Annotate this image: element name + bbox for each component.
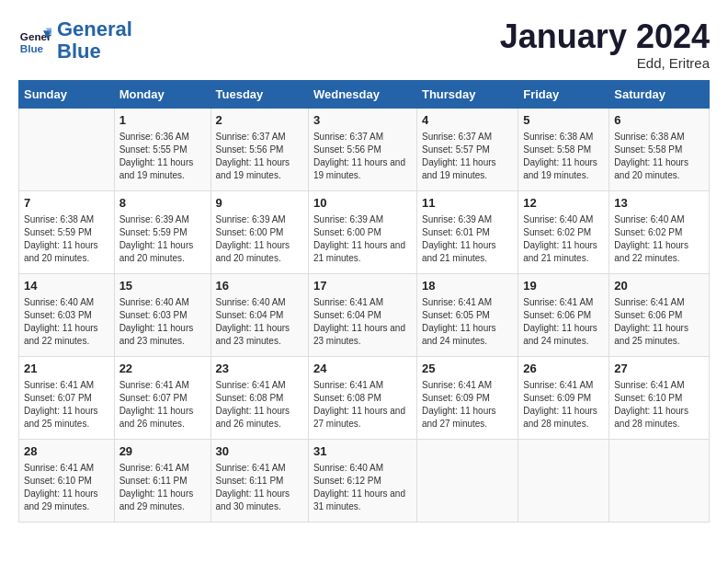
day-number: 20	[614, 278, 704, 294]
day-number: 31	[313, 443, 412, 460]
day-info: Sunrise: 6:39 AMSunset: 6:00 PMDaylight:…	[216, 213, 303, 265]
day-info: Sunrise: 6:37 AMSunset: 5:56 PMDaylight:…	[313, 131, 412, 182]
day-number: 30	[216, 443, 303, 460]
day-number: 15	[119, 278, 206, 294]
day-info: Sunrise: 6:41 AMSunset: 6:06 PMDaylight:…	[614, 296, 704, 348]
month-title: January 2024	[500, 18, 710, 55]
day-number: 23	[216, 361, 303, 377]
day-cell: 10Sunrise: 6:39 AMSunset: 6:00 PMDayligh…	[308, 190, 416, 273]
day-info: Sunrise: 6:41 AMSunset: 6:09 PMDaylight:…	[523, 379, 604, 431]
header-thursday: Thursday	[416, 80, 518, 108]
day-info: Sunrise: 6:41 AMSunset: 6:06 PMDaylight:…	[523, 296, 604, 348]
day-number: 27	[614, 361, 704, 377]
day-cell: 30Sunrise: 6:41 AMSunset: 6:11 PMDayligh…	[210, 439, 308, 522]
day-info: Sunrise: 6:38 AMSunset: 5:58 PMDaylight:…	[523, 131, 604, 182]
logo-icon: General Blue	[18, 24, 51, 57]
calendar-body: 1Sunrise: 6:36 AMSunset: 5:55 PMDaylight…	[19, 108, 710, 522]
week-row-1: 1Sunrise: 6:36 AMSunset: 5:55 PMDaylight…	[19, 108, 710, 190]
header-tuesday: Tuesday	[210, 80, 308, 108]
day-number: 5	[523, 112, 604, 129]
day-cell	[518, 439, 609, 522]
calendar-table: SundayMondayTuesdayWednesdayThursdayFrid…	[18, 80, 710, 523]
day-cell: 8Sunrise: 6:39 AMSunset: 5:59 PMDaylight…	[114, 190, 210, 273]
header-sunday: Sunday	[19, 80, 115, 108]
day-number: 14	[24, 278, 109, 294]
day-cell: 17Sunrise: 6:41 AMSunset: 6:04 PMDayligh…	[308, 273, 416, 356]
day-info: Sunrise: 6:41 AMSunset: 6:07 PMDaylight:…	[24, 379, 109, 431]
day-number: 18	[422, 278, 513, 294]
day-info: Sunrise: 6:41 AMSunset: 6:04 PMDaylight:…	[313, 296, 412, 348]
day-cell: 21Sunrise: 6:41 AMSunset: 6:07 PMDayligh…	[19, 356, 115, 439]
day-number: 1	[119, 112, 206, 129]
day-info: Sunrise: 6:41 AMSunset: 6:08 PMDaylight:…	[216, 379, 303, 431]
day-number: 26	[523, 361, 604, 377]
day-number: 13	[614, 195, 704, 212]
day-cell	[609, 439, 710, 522]
day-cell: 14Sunrise: 6:40 AMSunset: 6:03 PMDayligh…	[19, 273, 115, 356]
day-info: Sunrise: 6:41 AMSunset: 6:05 PMDaylight:…	[422, 296, 513, 348]
week-row-4: 21Sunrise: 6:41 AMSunset: 6:07 PMDayligh…	[19, 356, 710, 439]
day-cell: 28Sunrise: 6:41 AMSunset: 6:10 PMDayligh…	[19, 439, 115, 522]
day-info: Sunrise: 6:39 AMSunset: 6:01 PMDaylight:…	[422, 213, 513, 265]
day-number: 21	[24, 361, 109, 377]
day-number: 28	[24, 443, 109, 460]
day-cell: 19Sunrise: 6:41 AMSunset: 6:06 PMDayligh…	[518, 273, 609, 356]
day-info: Sunrise: 6:41 AMSunset: 6:09 PMDaylight:…	[422, 379, 513, 431]
day-info: Sunrise: 6:41 AMSunset: 6:11 PMDaylight:…	[119, 462, 206, 513]
day-number: 25	[422, 361, 513, 377]
day-number: 22	[119, 361, 206, 377]
day-cell: 11Sunrise: 6:39 AMSunset: 6:01 PMDayligh…	[416, 190, 518, 273]
day-number: 8	[119, 195, 206, 212]
day-number: 3	[313, 112, 412, 129]
day-info: Sunrise: 6:38 AMSunset: 5:59 PMDaylight:…	[24, 213, 109, 265]
day-cell: 22Sunrise: 6:41 AMSunset: 6:07 PMDayligh…	[114, 356, 210, 439]
location-subtitle: Edd, Eritrea	[500, 55, 710, 71]
logo-text-blue: Blue	[57, 40, 132, 63]
week-row-3: 14Sunrise: 6:40 AMSunset: 6:03 PMDayligh…	[19, 273, 710, 356]
day-number: 19	[523, 278, 604, 294]
header-monday: Monday	[114, 80, 210, 108]
day-cell: 31Sunrise: 6:40 AMSunset: 6:12 PMDayligh…	[308, 439, 416, 522]
day-info: Sunrise: 6:39 AMSunset: 6:00 PMDaylight:…	[313, 213, 412, 265]
svg-text:Blue: Blue	[20, 42, 44, 54]
day-cell: 24Sunrise: 6:41 AMSunset: 6:08 PMDayligh…	[308, 356, 416, 439]
day-number: 7	[24, 195, 109, 212]
day-cell: 5Sunrise: 6:38 AMSunset: 5:58 PMDaylight…	[518, 108, 609, 190]
logo: General Blue General Blue	[18, 18, 132, 63]
day-cell: 7Sunrise: 6:38 AMSunset: 5:59 PMDaylight…	[19, 190, 115, 273]
day-info: Sunrise: 6:41 AMSunset: 6:11 PMDaylight:…	[216, 462, 303, 513]
day-number: 11	[422, 195, 513, 212]
day-info: Sunrise: 6:40 AMSunset: 6:04 PMDaylight:…	[216, 296, 303, 348]
day-number: 9	[216, 195, 303, 212]
day-cell: 9Sunrise: 6:39 AMSunset: 6:00 PMDaylight…	[210, 190, 308, 273]
day-info: Sunrise: 6:41 AMSunset: 6:08 PMDaylight:…	[313, 379, 412, 431]
day-cell: 6Sunrise: 6:38 AMSunset: 5:58 PMDaylight…	[609, 108, 710, 190]
day-cell: 29Sunrise: 6:41 AMSunset: 6:11 PMDayligh…	[114, 439, 210, 522]
day-cell: 13Sunrise: 6:40 AMSunset: 6:02 PMDayligh…	[609, 190, 710, 273]
day-cell: 25Sunrise: 6:41 AMSunset: 6:09 PMDayligh…	[416, 356, 518, 439]
day-info: Sunrise: 6:37 AMSunset: 5:57 PMDaylight:…	[422, 131, 513, 182]
day-info: Sunrise: 6:40 AMSunset: 6:12 PMDaylight:…	[313, 462, 412, 513]
day-info: Sunrise: 6:40 AMSunset: 6:02 PMDaylight:…	[523, 213, 604, 265]
day-number: 29	[119, 443, 206, 460]
calendar-header-row: SundayMondayTuesdayWednesdayThursdayFrid…	[19, 80, 710, 108]
day-info: Sunrise: 6:41 AMSunset: 6:07 PMDaylight:…	[119, 379, 206, 431]
day-number: 2	[216, 112, 303, 129]
day-cell: 1Sunrise: 6:36 AMSunset: 5:55 PMDaylight…	[114, 108, 210, 190]
day-cell: 20Sunrise: 6:41 AMSunset: 6:06 PMDayligh…	[609, 273, 710, 356]
header-wednesday: Wednesday	[308, 80, 416, 108]
week-row-2: 7Sunrise: 6:38 AMSunset: 5:59 PMDaylight…	[19, 190, 710, 273]
page-header: General Blue General Blue January 2024 E…	[18, 18, 710, 71]
day-cell: 16Sunrise: 6:40 AMSunset: 6:04 PMDayligh…	[210, 273, 308, 356]
day-info: Sunrise: 6:41 AMSunset: 6:10 PMDaylight:…	[614, 379, 704, 431]
day-cell: 12Sunrise: 6:40 AMSunset: 6:02 PMDayligh…	[518, 190, 609, 273]
day-number: 10	[313, 195, 412, 212]
day-cell: 4Sunrise: 6:37 AMSunset: 5:57 PMDaylight…	[416, 108, 518, 190]
title-block: January 2024 Edd, Eritrea	[500, 18, 710, 71]
day-cell: 23Sunrise: 6:41 AMSunset: 6:08 PMDayligh…	[210, 356, 308, 439]
day-number: 4	[422, 112, 513, 129]
day-info: Sunrise: 6:38 AMSunset: 5:58 PMDaylight:…	[614, 131, 704, 182]
day-info: Sunrise: 6:37 AMSunset: 5:56 PMDaylight:…	[216, 131, 303, 182]
day-number: 12	[523, 195, 604, 212]
day-cell	[19, 108, 115, 190]
